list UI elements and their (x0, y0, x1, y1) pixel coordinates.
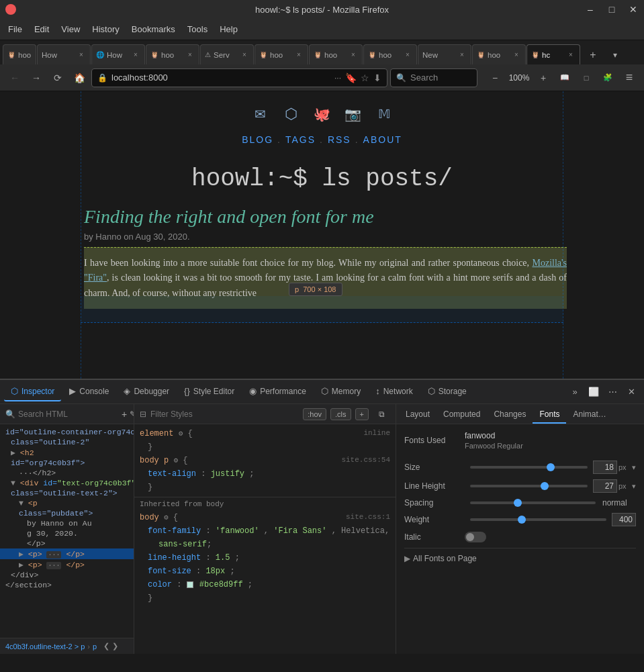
nav-about[interactable]: ABOUT (363, 134, 402, 145)
tab-3[interactable]: 🦉 hoo × (146, 44, 199, 64)
tree-toggle[interactable]: ▼ (11, 479, 15, 487)
html-node[interactable]: </p> (0, 538, 134, 548)
html-node[interactable]: by Hanno on Au (0, 518, 134, 528)
tree-toggle[interactable]: ▶ (19, 550, 24, 559)
instagram-icon[interactable]: 📷 (344, 105, 363, 124)
size-thumb[interactable] (547, 463, 555, 471)
html-node[interactable]: </div> (0, 570, 134, 580)
spacing-thumb[interactable] (514, 499, 522, 507)
devtools-tab-storage[interactable]: ⬡ Storage (421, 383, 473, 401)
tab-1[interactable]: How × (37, 44, 91, 64)
devtools-tab-memory[interactable]: ⬡ Memory (314, 383, 367, 401)
new-tab-button[interactable]: + (584, 46, 602, 64)
breadcrumb-item[interactable]: 4c0b3f.outline-text-2 > p (5, 642, 85, 651)
tab-7[interactable]: 🦉 hoo × (363, 44, 417, 64)
html-node[interactable]: ▶ <h2 (0, 447, 134, 458)
weight-thumb[interactable] (518, 516, 526, 524)
nav-tags[interactable]: TAGS (285, 134, 316, 145)
spacing-slider[interactable] (470, 501, 596, 504)
article-title[interactable]: Finding the right and open font for me (84, 206, 374, 228)
color-swatch[interactable] (187, 581, 193, 588)
breadcrumb-nav-prev[interactable]: ❮ (103, 642, 109, 651)
tree-toggle[interactable]: ▼ (19, 499, 24, 508)
github-icon[interactable]: 🐙 (313, 105, 332, 124)
tree-toggle[interactable]: ▶ (19, 561, 24, 569)
hover-button[interactable]: :hov (303, 408, 326, 420)
tree-toggle[interactable]: ▶ (11, 448, 15, 457)
back-button[interactable]: ← (5, 68, 24, 87)
tab-close[interactable]: × (77, 50, 86, 60)
devtools-dock-button[interactable]: ⬜ (585, 383, 602, 401)
tab-close[interactable]: × (403, 50, 412, 60)
all-fonts-header[interactable]: ▶ All Fonts on Page (404, 554, 636, 563)
html-node[interactable]: class="outline-2" (0, 437, 134, 447)
html-node[interactable]: ▼ <div id="text-org74c0b3f" (0, 478, 134, 488)
tab-new[interactable]: New × (418, 44, 471, 64)
tab-close[interactable]: × (240, 50, 249, 60)
devtools-options-button[interactable]: ⋯ (604, 383, 621, 401)
hexagon-icon[interactable]: ⬡ (282, 105, 301, 124)
html-node[interactable]: class="pubdate"> (0, 508, 134, 518)
tab-list-button[interactable]: ▾ (606, 46, 625, 64)
close-button[interactable]: ✕ (623, 0, 644, 19)
html-node[interactable]: ▶ <p> ··· </p> (0, 559, 134, 570)
devtools-more-button[interactable]: » (566, 383, 584, 401)
tab-0[interactable]: 🦉 hoo (3, 44, 36, 64)
tab-close[interactable]: × (349, 50, 358, 60)
bookmark-icon[interactable]: 🔖 (345, 73, 357, 83)
tab-close[interactable]: × (512, 50, 521, 60)
html-node[interactable]: </section> (0, 580, 134, 590)
tab-layout[interactable]: Layout (399, 406, 436, 424)
devtools-tab-inspector[interactable]: ⬡ Inspector (4, 383, 61, 401)
html-node[interactable]: ▼ <p (0, 498, 134, 508)
menu-history[interactable]: History (87, 21, 124, 37)
zoom-in-button[interactable]: + (534, 68, 553, 87)
gear-icon[interactable]: ⚙ (179, 430, 183, 438)
tab-changes[interactable]: Changes (487, 406, 533, 424)
tab-4[interactable]: ⚠ Serv × (200, 44, 254, 64)
line-height-thumb[interactable] (541, 482, 549, 490)
urlbar[interactable]: 🔒 localhost:8000 ··· 🔖 ☆ ⬇ (91, 68, 387, 87)
breadcrumb-nav-next[interactable]: ❯ (112, 642, 118, 651)
tab-close[interactable]: × (457, 50, 467, 60)
minimize-button[interactable]: – (580, 0, 601, 19)
devtools-tab-style-editor[interactable]: {} Style Editor (177, 383, 241, 401)
html-node[interactable]: ···</h2> (0, 468, 134, 478)
devtools-tab-console[interactable]: ▶ Console (62, 383, 116, 401)
nav-rss[interactable]: RSS (328, 134, 351, 145)
italic-toggle[interactable] (465, 532, 486, 542)
reload-button[interactable]: ⟳ (48, 68, 67, 87)
menu-bookmarks[interactable]: Bookmarks (126, 21, 181, 37)
gear-icon[interactable]: ⚙ (173, 457, 178, 465)
add-rule-button[interactable]: + (355, 408, 369, 420)
nav-blog[interactable]: BLOG (242, 134, 273, 145)
menu-tools[interactable]: Tools (182, 21, 213, 37)
html-node[interactable]: class="outline-text-2"> (0, 488, 134, 498)
menu-file[interactable]: File (3, 21, 28, 37)
extensions-button[interactable]: 🧩 (598, 68, 617, 87)
tab-6[interactable]: 🦉 hoo × (309, 44, 363, 64)
tab-close[interactable]: × (566, 50, 576, 60)
devtools-tab-performance[interactable]: ◉ Performance (242, 383, 313, 401)
email-icon[interactable]: ✉ (251, 105, 270, 124)
forward-button[interactable]: → (27, 68, 46, 87)
line-height-slider[interactable] (470, 485, 588, 487)
searchbar[interactable]: 🔍 Search (390, 68, 477, 87)
tab-close[interactable]: × (185, 50, 195, 60)
tab-close[interactable]: × (294, 50, 304, 60)
tab-active[interactable]: 🦉 hc × (526, 44, 580, 64)
breadcrumb-p[interactable]: p (93, 642, 97, 651)
devtools-tab-network[interactable]: ↕ Network (369, 383, 420, 401)
devtools-tab-debugger[interactable]: ◈ Debugger (117, 383, 176, 401)
tab-5[interactable]: 🦉 hoo × (255, 44, 308, 64)
line-height-input[interactable] (593, 479, 617, 493)
line-height-dropdown[interactable]: ▾ (632, 482, 636, 491)
size-input[interactable] (593, 461, 617, 474)
html-node[interactable]: g 30, 2020. (0, 528, 134, 538)
devtools-close-button[interactable]: ✕ (623, 383, 640, 401)
container-button[interactable]: □ (577, 68, 596, 87)
add-node-button[interactable]: + (122, 405, 127, 423)
html-node-selected[interactable]: ▶ <p> ··· </p> (0, 548, 134, 559)
maximize-button[interactable]: □ (601, 0, 623, 19)
html-search-input[interactable] (18, 410, 119, 419)
